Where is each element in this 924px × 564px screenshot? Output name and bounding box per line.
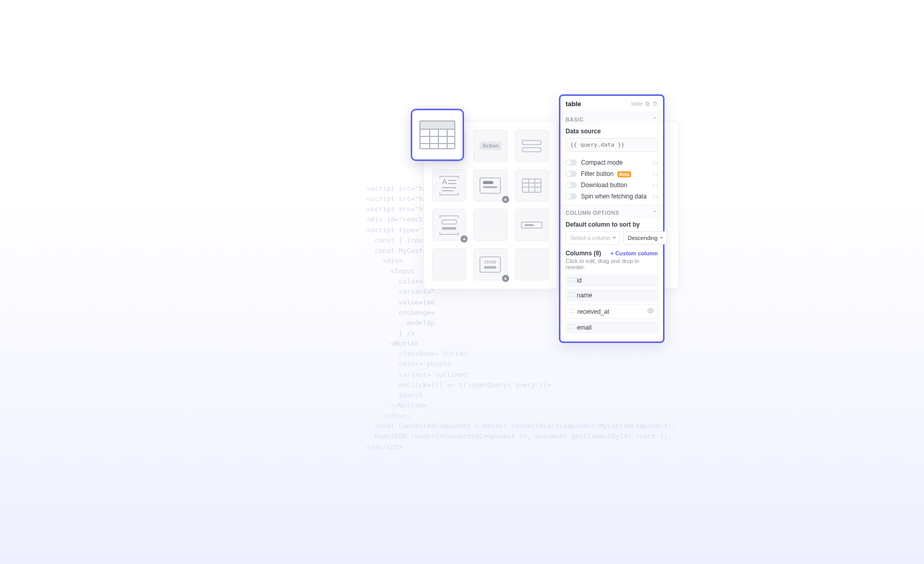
plus-icon: + — [610, 250, 613, 256]
gallery-tile-placeholder-a[interactable] — [473, 209, 507, 241]
svg-point-3 — [524, 148, 527, 151]
column-chip[interactable]: name — [566, 289, 658, 301]
gallery-tile-placeholder-b[interactable] — [432, 248, 466, 280]
action-chip: Action — [479, 142, 501, 150]
add-custom-column-button[interactable]: + Custom column — [610, 250, 658, 256]
data-source-label: Data source — [566, 128, 658, 135]
svg-rect-23 — [484, 266, 496, 269]
gallery-tile-form-add[interactable]: + — [432, 209, 466, 241]
svg-rect-2 — [523, 148, 541, 152]
sort-direction-select[interactable]: Descending — [623, 231, 667, 245]
column-name: name — [577, 292, 655, 299]
panel-meta: table — [631, 101, 658, 107]
gallery-tile-placeholder-c[interactable] — [515, 248, 549, 280]
column-name: received_at — [577, 308, 647, 315]
gallery-tile-json-add[interactable]: JSON + — [473, 248, 507, 280]
column-chip[interactable]: email — [566, 321, 658, 334]
visibility-icon[interactable] — [647, 307, 654, 316]
toggle-switch[interactable] — [566, 193, 577, 199]
drag-handle-icon[interactable] — [569, 309, 574, 315]
svg-rect-0 — [523, 140, 541, 145]
svg-rect-10 — [483, 181, 493, 184]
column-chip[interactable]: id — [566, 274, 658, 287]
toggle-switch[interactable] — [566, 159, 577, 166]
panel-title: table — [566, 100, 581, 108]
svg-rect-25 — [646, 102, 649, 105]
svg-rect-24 — [647, 103, 650, 106]
gallery-tile-grid[interactable] — [515, 169, 549, 202]
plus-icon: + — [460, 235, 468, 243]
plus-icon: + — [502, 196, 509, 203]
toggle-filter-button[interactable]: Filter button Beta ƒx — [560, 168, 663, 179]
svg-text:A: A — [442, 177, 447, 186]
sort-column-select[interactable]: Select a column — [566, 231, 620, 245]
columns-hint: Click to edit, drag and drop to reorder. — [566, 258, 658, 270]
svg-rect-18 — [442, 227, 456, 230]
svg-rect-17 — [442, 220, 456, 224]
toggle-switch[interactable] — [566, 171, 577, 177]
fx-icon[interactable]: ƒx — [653, 193, 658, 199]
section-header-basic[interactable]: BASIC ⌃ — [560, 112, 663, 125]
drag-handle-icon[interactable] — [569, 277, 574, 284]
svg-rect-12 — [523, 179, 541, 192]
trash-icon[interactable] — [652, 101, 658, 107]
gallery-tile-text[interactable]: A — [432, 169, 466, 202]
svg-rect-11 — [483, 186, 497, 188]
fx-icon[interactable]: ƒx — [653, 159, 658, 166]
fx-icon[interactable]: ƒx — [653, 182, 658, 188]
svg-text:JSON: JSON — [484, 259, 496, 265]
svg-point-26 — [650, 310, 652, 312]
chevron-up-icon: ⌃ — [653, 116, 658, 123]
section-header-column-options[interactable]: COLUMN OPTIONS ⌃ — [560, 206, 663, 218]
beta-badge: Beta — [617, 171, 632, 177]
gallery-tile-search[interactable] — [515, 130, 549, 162]
drag-handle-icon[interactable] — [569, 325, 574, 331]
plus-icon: + — [502, 275, 509, 282]
panel-type-label: table — [631, 101, 642, 107]
copy-icon[interactable] — [645, 101, 650, 107]
sort-label: Default column to sort by — [566, 221, 658, 228]
data-source-input[interactable] — [566, 138, 658, 152]
chevron-up-icon: ⌃ — [653, 210, 658, 216]
drag-handle-icon[interactable] — [569, 292, 574, 298]
columns-header: Columns (8) — [566, 250, 601, 257]
gallery-tile-action[interactable]: Action — [473, 130, 507, 162]
gallery-tile-input[interactable] — [515, 209, 549, 241]
column-name: id — [577, 277, 655, 284]
svg-rect-20 — [525, 224, 534, 226]
toggle-switch[interactable] — [566, 182, 577, 188]
columns-list: idnamereceived_atemail — [566, 274, 658, 334]
fx-icon[interactable]: ƒx — [653, 171, 658, 177]
toggle-compact-mode[interactable]: Compact mode ƒx — [560, 157, 663, 168]
section-title: COLUMN OPTIONS — [566, 210, 619, 216]
section-title: BASIC — [566, 116, 584, 123]
svg-rect-9 — [480, 178, 500, 193]
toggle-download-button[interactable]: Download button ƒx — [560, 179, 663, 191]
gallery-tile-card-add[interactable]: + — [473, 169, 507, 202]
properties-panel: table table BASIC ⌃ Data source Compact … — [559, 94, 665, 343]
column-chip[interactable]: received_at — [566, 304, 658, 319]
selected-table-tile[interactable] — [411, 109, 464, 161]
table-icon — [419, 120, 455, 149]
toggle-spin-fetching[interactable]: Spin when fetching data ƒx — [560, 191, 663, 202]
column-name: email — [577, 324, 655, 331]
